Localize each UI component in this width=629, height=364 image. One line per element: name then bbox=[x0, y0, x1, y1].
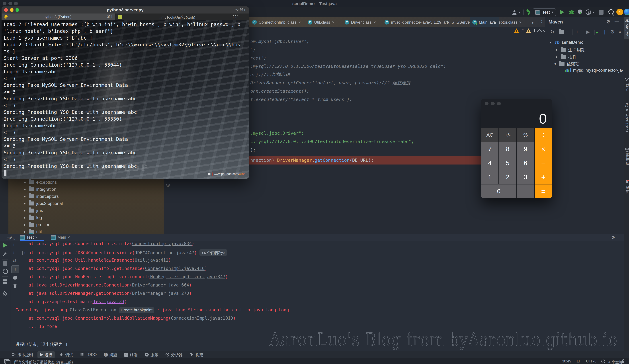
tool-button-build[interactable]: 构建 bbox=[187, 351, 206, 358]
unlocked-icon[interactable] bbox=[621, 359, 625, 364]
terminal-titlebar[interactable]: python3 server.py ⌥⌘1 bbox=[1, 6, 249, 13]
caret-position[interactable]: 30:49 bbox=[562, 359, 571, 364]
stack-frame[interactable]: at com.mysql.jdbc.JDBC4Connection.<init>… bbox=[28, 249, 227, 256]
endpoints-icon[interactable] bbox=[625, 77, 629, 82]
maven-dependencies-node[interactable]: ▾依赖项 bbox=[553, 61, 580, 67]
stack-frame[interactable]: at java.sql.DriverManager.getConnection(… bbox=[28, 282, 192, 288]
terminal-content[interactable]: Load 7 Fileread usernames :[b'win_ini', … bbox=[1, 20, 249, 179]
maven-offline-icon[interactable]: ∅ bbox=[610, 29, 614, 34]
calc-close-icon[interactable] bbox=[485, 102, 488, 106]
console-tab-test[interactable]: Test × bbox=[20, 235, 38, 240]
calc-6-button[interactable]: 6 bbox=[517, 156, 534, 170]
calc-percent-button[interactable]: % bbox=[517, 128, 534, 142]
tree-item-jdbc2-optional[interactable]: ▸jdbc2.optional bbox=[23, 201, 63, 206]
maven-lifecycle-node[interactable]: ▸生命周期 bbox=[555, 47, 585, 53]
close-icon[interactable]: × bbox=[519, 20, 521, 25]
ide-titlebar[interactable]: serialDemo – Test.java bbox=[0, 0, 629, 7]
console-settings-gear-icon[interactable]: ⚙ bbox=[611, 235, 615, 240]
ide-services-sphere-icon[interactable] bbox=[624, 8, 629, 15]
tree-item-exceptions[interactable]: ▸exceptions bbox=[23, 180, 57, 185]
maven-download-icon[interactable]: ↓ bbox=[567, 29, 569, 34]
notifications-bell-icon[interactable] bbox=[625, 180, 629, 184]
calc-1-button[interactable]: 1 bbox=[481, 170, 498, 184]
build-hammer-icon[interactable] bbox=[526, 9, 533, 16]
stop-button[interactable] bbox=[599, 10, 604, 15]
maven-skip-tests-icon[interactable]: ∥ bbox=[603, 29, 606, 34]
maven-root-node[interactable]: ▾mserialDemo bbox=[549, 40, 583, 45]
database-tool-button[interactable]: 数据库 bbox=[625, 153, 629, 166]
ai-assistant-tool-button[interactable]: AI Assistant bbox=[625, 109, 629, 132]
terminal-tab-zsh[interactable]: >_ ..myTools/Jar包 (-zsh) ⌘2 bbox=[115, 13, 241, 20]
tab-driver[interactable]: C Driver.class × bbox=[342, 17, 379, 27]
vcs-status-message[interactable]: 所有文件都处于最新状态 (片刻之前) bbox=[14, 359, 73, 364]
restart-icon[interactable] bbox=[3, 269, 8, 274]
prev-problem-icon[interactable] bbox=[537, 29, 542, 34]
tool-button-run[interactable]: 运行 bbox=[37, 351, 55, 358]
profiler-caret-icon[interactable]: ▾ bbox=[593, 10, 594, 14]
stack-up-icon[interactable]: ↑ bbox=[12, 242, 15, 247]
ai-assistant-icon[interactable]: @ bbox=[625, 103, 629, 108]
calc-5-button[interactable]: 5 bbox=[499, 156, 516, 170]
user-caret-icon[interactable]: ▾ bbox=[518, 10, 520, 14]
tree-item-integration[interactable]: ▸integration bbox=[23, 187, 56, 192]
coverage-button[interactable] bbox=[577, 9, 583, 15]
debug-button[interactable] bbox=[569, 9, 575, 15]
calc-0-button[interactable]: 0 bbox=[481, 184, 516, 198]
tool-button-todo[interactable]: TODO bbox=[77, 352, 99, 358]
indent-setting[interactable]: 4 个空格 bbox=[609, 359, 623, 364]
fold-toggle-icon[interactable]: + bbox=[22, 250, 27, 255]
calc-2-button[interactable]: 2 bbox=[499, 170, 516, 184]
maven-more-icon[interactable]: » bbox=[619, 29, 621, 34]
print-icon[interactable] bbox=[12, 275, 18, 281]
calc-sign-button[interactable]: +/- bbox=[499, 128, 516, 142]
tab-options-icon[interactable]: ⋮ bbox=[539, 19, 544, 25]
close-icon[interactable]: × bbox=[68, 235, 70, 240]
console-tab-main[interactable]: Main × bbox=[51, 235, 70, 240]
tree-item-jmx[interactable]: ▸jmx bbox=[23, 208, 43, 213]
rerun-button[interactable] bbox=[3, 243, 7, 248]
stack-frame[interactable]: at com.mysql.jdbc.ConnectionImpl.getInst… bbox=[28, 266, 207, 271]
terminal-new-tab-button[interactable]: + bbox=[241, 13, 249, 20]
line-separator[interactable]: LF bbox=[577, 359, 581, 364]
update-icon[interactable]: ↑ bbox=[617, 8, 623, 15]
maven-settings-gear-icon[interactable]: ⚙ bbox=[606, 19, 611, 24]
tab-connectionimpl[interactable]: C ConnectionImpl.class × bbox=[249, 17, 304, 27]
tool-button-profiler[interactable]: 分析器 bbox=[163, 351, 185, 358]
maven-reload-icon[interactable]: ↻ bbox=[550, 29, 554, 34]
clear-trash-icon[interactable] bbox=[12, 283, 18, 288]
stack-frame[interactable]: at com.mysql.jdbc.Util.handleNewInstance… bbox=[28, 258, 171, 263]
tool-button-services[interactable]: 服务 bbox=[142, 351, 161, 358]
tool-button-debug[interactable]: 调试 bbox=[57, 351, 75, 358]
tool-button-problems[interactable]: !问题 bbox=[101, 351, 120, 358]
close-icon[interactable]: × bbox=[332, 20, 334, 25]
maven-plugins-node[interactable]: ▸插件 bbox=[555, 54, 577, 60]
close-icon[interactable]: × bbox=[35, 235, 38, 240]
caused-by-line[interactable]: Caused by: java.lang.ClassCastException … bbox=[15, 307, 289, 313]
calc-3-button[interactable]: 3 bbox=[517, 170, 534, 184]
maven-run-icon[interactable]: ▶ bbox=[586, 29, 590, 34]
maven-hide-icon[interactable]: — bbox=[615, 18, 619, 24]
run-button[interactable] bbox=[560, 10, 564, 14]
calc-divide-button[interactable]: ÷ bbox=[535, 128, 552, 142]
stack-frame[interactable]: at com.mysql.jdbc.ConnectionImpl.<init>(… bbox=[28, 241, 194, 246]
calc-equals-button[interactable]: = bbox=[535, 184, 552, 198]
file-encoding[interactable]: UTF-8 bbox=[586, 359, 597, 364]
calculator-titlebar[interactable] bbox=[485, 102, 501, 106]
profiler-button[interactable] bbox=[585, 9, 592, 15]
close-icon[interactable]: × bbox=[298, 20, 301, 25]
calc-7-button[interactable]: 7 bbox=[481, 142, 498, 156]
stack-frame[interactable]: at java.sql.DriverManager.getConnection(… bbox=[28, 291, 192, 296]
calc-plus-button[interactable]: + bbox=[535, 170, 552, 184]
tool-button-vcs[interactable]: 版本控制 bbox=[9, 351, 35, 358]
user-icon[interactable] bbox=[511, 9, 517, 15]
maven-sync-folder-icon[interactable] bbox=[559, 30, 564, 34]
search-icon[interactable] bbox=[609, 9, 614, 14]
tree-item-log[interactable]: ▸log bbox=[23, 215, 42, 220]
stack-down-icon[interactable]: ↓ bbox=[12, 250, 15, 255]
stack-frame[interactable]: at com.mysql.jdbc.ConnectionImpl.buildCo… bbox=[28, 316, 236, 321]
scroll-to-end-button[interactable]: ↓ bbox=[11, 265, 19, 273]
run-config-chooser[interactable]: Test ▾ bbox=[533, 8, 556, 16]
tab-util[interactable]: C Util.class × bbox=[305, 17, 337, 27]
stack-frame[interactable]: at com.mysql.jdbc.NonRegisteringDriver.c… bbox=[28, 274, 228, 279]
calc-ac-button[interactable]: AC bbox=[481, 128, 498, 142]
